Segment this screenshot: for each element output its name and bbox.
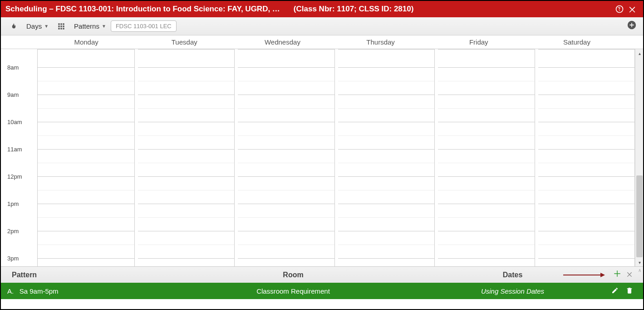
column-header-pattern: Pattern xyxy=(7,271,198,279)
svg-rect-5 xyxy=(63,25,64,27)
meeting-dates: Using Session Dates xyxy=(388,287,637,295)
day-header: Monday xyxy=(37,35,135,49)
time-label: 9am xyxy=(7,91,19,98)
close-icon[interactable] xyxy=(626,3,639,15)
day-columns[interactable] xyxy=(37,49,635,266)
svg-rect-3 xyxy=(58,25,59,27)
edit-icon[interactable] xyxy=(611,287,619,295)
day-header: Wednesday xyxy=(233,35,331,49)
scroll-hint-icon: ∧ xyxy=(638,268,641,273)
time-label: 12pm xyxy=(7,173,22,180)
grid-view-icon[interactable] xyxy=(53,19,69,34)
time-label: 11am xyxy=(7,146,22,153)
day-col-tuesday[interactable] xyxy=(135,49,235,266)
svg-rect-4 xyxy=(60,25,62,27)
day-col-saturday[interactable] xyxy=(535,49,635,266)
svg-rect-1 xyxy=(60,23,62,25)
svg-rect-2 xyxy=(63,23,64,25)
day-headers: Monday Tuesday Wednesday Thursday Friday… xyxy=(1,35,643,49)
day-col-wednesday[interactable] xyxy=(235,49,335,266)
scroll-up-icon[interactable]: ▴ xyxy=(635,49,643,57)
help-icon[interactable] xyxy=(613,3,626,15)
meeting-room: Classroom Requirement xyxy=(198,287,388,295)
toolbar: Days ▼ Patterns ▼ FDSC 1103-001 LEC xyxy=(1,17,643,35)
calendar-scrollbar[interactable]: ▴ ▾ xyxy=(635,49,643,266)
add-circle-icon[interactable] xyxy=(624,20,639,33)
calendar-area: Monday Tuesday Wednesday Thursday Friday… xyxy=(1,35,643,266)
meeting-row[interactable]: A. Sa 9am-5pm Classroom Requirement Usin… xyxy=(1,283,643,299)
cancel-icon[interactable] xyxy=(626,270,633,280)
time-axis: 8am 9am 10am 11am 12pm 1pm 2pm 3pm xyxy=(1,49,37,266)
window-title: Scheduling – FDSC 1103-001: Introduction… xyxy=(5,5,280,14)
meetings-header: Pattern Room Dates ∧ xyxy=(1,266,643,283)
delete-icon[interactable] xyxy=(626,287,633,295)
time-label: 3pm xyxy=(7,255,19,262)
day-header: Thursday xyxy=(332,35,430,49)
day-col-thursday[interactable] xyxy=(335,49,435,266)
column-header-room: Room xyxy=(198,271,388,279)
time-label: 10am xyxy=(7,119,22,125)
svg-rect-6 xyxy=(58,28,59,29)
meeting-pattern: Sa 9am-5pm xyxy=(20,287,59,295)
window-subtitle: (Class Nbr: 1107; CLSS ID: 2810) xyxy=(294,5,414,14)
chevron-down-icon: ▼ xyxy=(44,24,49,29)
time-label: 8am xyxy=(7,64,19,71)
meeting-label: A. xyxy=(7,287,14,295)
days-label: Days xyxy=(26,22,42,30)
day-col-friday[interactable] xyxy=(435,49,535,266)
patterns-dropdown[interactable]: Patterns ▼ xyxy=(69,19,111,34)
time-label: 1pm xyxy=(7,200,19,207)
svg-rect-7 xyxy=(60,28,62,29)
svg-rect-0 xyxy=(58,23,59,25)
chevron-down-icon: ▼ xyxy=(102,24,106,29)
days-dropdown[interactable]: Days ▼ xyxy=(22,19,53,34)
scroll-down-icon[interactable]: ▾ xyxy=(635,258,643,266)
scroll-thumb[interactable] xyxy=(636,175,643,257)
day-header: Friday xyxy=(430,35,528,49)
add-meeting-icon[interactable] xyxy=(613,270,621,280)
svg-rect-8 xyxy=(63,28,64,29)
time-label: 2pm xyxy=(7,228,19,235)
annotation-arrow xyxy=(563,275,604,275)
patterns-label: Patterns xyxy=(74,22,99,30)
day-header: Tuesday xyxy=(135,35,233,49)
window-titlebar: Scheduling – FDSC 1103-001: Introduction… xyxy=(1,1,643,17)
heatmap-icon[interactable] xyxy=(5,19,22,34)
day-header: Saturday xyxy=(528,35,626,49)
day-col-monday[interactable] xyxy=(37,49,135,266)
section-chip[interactable]: FDSC 1103-001 LEC xyxy=(111,20,177,32)
